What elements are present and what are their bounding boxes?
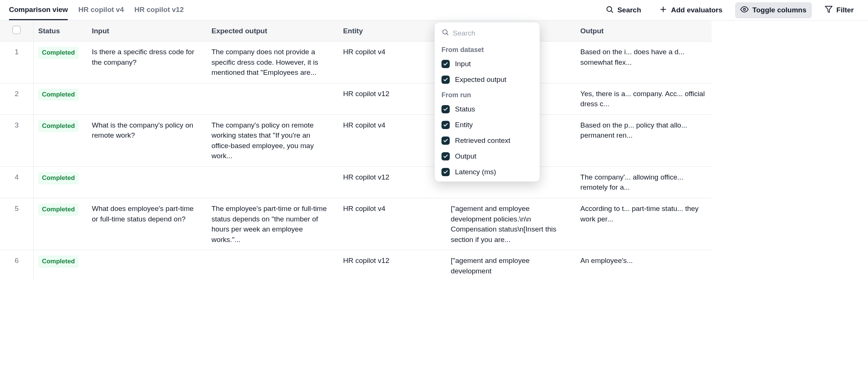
row-number: 1 (0, 42, 33, 83)
popover-item[interactable]: Status (435, 101, 540, 117)
filter-icon (825, 5, 833, 15)
status-cell: Completed (33, 166, 87, 198)
expected-cell (207, 166, 339, 198)
context-cell: ["agement and employee development (446, 250, 576, 282)
entity-cell: HR copilot v12 (339, 250, 446, 282)
checkbox-checked-icon (441, 105, 450, 113)
popover-search-input[interactable] (453, 29, 540, 37)
expected-cell: The company's policy on remote working s… (207, 114, 339, 166)
status-badge: Completed (38, 120, 79, 132)
popover-item-label: Input (455, 60, 471, 68)
status-badge: Completed (38, 172, 79, 184)
search-label: Search (617, 6, 641, 14)
entity-cell: HR copilot v4 (339, 198, 446, 250)
tab-hr-copilot-v12[interactable]: HR copilot v12 (134, 0, 184, 20)
filter-button[interactable]: Filter (819, 2, 859, 18)
expected-cell: The employee's part-time or full-time st… (207, 198, 339, 250)
checkbox-checked-icon (441, 60, 450, 68)
input-cell (87, 166, 207, 198)
output-cell: According to t... part-time statu... the… (576, 198, 711, 250)
popover-item-label: Output (455, 152, 476, 160)
search-icon (441, 28, 449, 38)
table-row[interactable]: 4 Completed HR copilot v12 ["rl... ■ [..… (0, 166, 711, 198)
row-number: 4 (0, 166, 33, 198)
toggle-columns-button[interactable]: Toggle columns (735, 2, 811, 18)
header-status[interactable]: Status (33, 21, 87, 42)
checkbox-checked-icon (441, 168, 450, 176)
table-row[interactable]: 1 Completed Is there a specific dress co… (0, 42, 711, 83)
popover-item[interactable]: Entity (435, 117, 540, 133)
output-cell: Based on the i... does have a d... somew… (576, 42, 711, 83)
toolbar-actions: Search Add evaluators Toggle columns Fil… (600, 2, 864, 18)
svg-marker-5 (825, 6, 832, 12)
entity-cell: HR copilot v12 (339, 166, 446, 198)
checkbox-checked-icon (441, 137, 450, 145)
popover-item[interactable]: Output (435, 148, 540, 164)
header-checkbox-cell (0, 21, 33, 42)
expected-cell (207, 83, 339, 114)
checkbox-checked-icon (441, 152, 450, 160)
row-number: 2 (0, 83, 33, 114)
output-cell: The company'... allowing office... remot… (576, 166, 711, 198)
add-evaluators-label: Add evaluators (671, 6, 722, 14)
results-table: Status Input Expected output Entity Retr… (0, 21, 711, 281)
status-badge: Completed (38, 89, 79, 101)
output-cell: An employee's... (576, 250, 711, 282)
popover-item[interactable]: Latency (ms) (435, 164, 540, 180)
status-cell: Completed (33, 114, 87, 166)
popover-item-label: Status (455, 105, 475, 113)
output-cell: Based on the p... policy that allo... pe… (576, 114, 711, 166)
popover-item[interactable]: Input (435, 56, 540, 72)
status-badge: Completed (38, 203, 79, 216)
entity-cell: HR copilot v4 (339, 114, 446, 166)
tab-comparison-view[interactable]: Comparison view (9, 0, 68, 20)
search-button[interactable]: Search (600, 2, 646, 18)
status-cell: Completed (33, 250, 87, 282)
row-number: 3 (0, 114, 33, 166)
entity-cell: HR copilot v4 (339, 42, 446, 83)
toggle-columns-label: Toggle columns (752, 6, 806, 14)
popover-item[interactable]: Retrieved context (435, 133, 540, 148)
eye-icon (740, 5, 749, 15)
input-cell: What is the company's policy on remote w… (87, 114, 207, 166)
svg-point-4 (744, 8, 746, 10)
input-cell: What does employee's part-time or full-t… (87, 198, 207, 250)
entity-cell: HR copilot v12 (339, 83, 446, 114)
table-row[interactable]: 3 Completed What is the company's policy… (0, 114, 711, 166)
popover-item-label: Retrieved context (455, 137, 510, 145)
header-input[interactable]: Input (87, 21, 207, 42)
add-evaluators-button[interactable]: Add evaluators (654, 2, 728, 18)
popover-group-label: From run (435, 88, 540, 101)
input-cell (87, 250, 207, 282)
table-row[interactable]: 2 Completed HR copilot v12 ["14... and..… (0, 83, 711, 114)
input-cell (87, 83, 207, 114)
tabs: Comparison view HR copilot v4 HR copilot… (0, 0, 184, 20)
status-cell: Completed (33, 42, 87, 83)
table-row[interactable]: 6 Completed HR copilot v12 ["agement and… (0, 250, 711, 282)
popover-item-label: Expected output (455, 76, 506, 84)
header-entity[interactable]: Entity (339, 21, 446, 42)
row-number: 5 (0, 198, 33, 250)
table-row[interactable]: 5 Completed What does employee's part-ti… (0, 198, 711, 250)
popover-group-label: From dataset (435, 42, 540, 56)
popover-item[interactable]: Expected output (435, 72, 540, 88)
svg-line-7 (447, 34, 448, 35)
table-scroll[interactable]: Status Input Expected output Entity Retr… (0, 21, 868, 380)
popover-item-label: Entity (455, 121, 473, 129)
select-all-checkbox[interactable] (12, 26, 21, 34)
toggle-columns-popover: From dataset Input Expected output From … (434, 22, 540, 182)
popover-item-label: Latency (ms) (455, 168, 496, 176)
svg-line-1 (611, 11, 613, 12)
context-cell: ["agement and employee development polic… (446, 198, 576, 250)
filter-label: Filter (837, 6, 854, 14)
tab-hr-copilot-v4[interactable]: HR copilot v4 (78, 0, 124, 20)
row-number: 6 (0, 250, 33, 282)
expected-cell (207, 250, 339, 282)
header-expected[interactable]: Expected output (207, 21, 339, 42)
topbar: Comparison view HR copilot v4 HR copilot… (0, 0, 868, 21)
output-cell: Yes, there is a... company. Acc... offic… (576, 83, 711, 114)
header-output[interactable]: Output (576, 21, 711, 42)
status-cell: Completed (33, 83, 87, 114)
status-badge: Completed (38, 47, 79, 59)
status-badge: Completed (38, 255, 79, 268)
